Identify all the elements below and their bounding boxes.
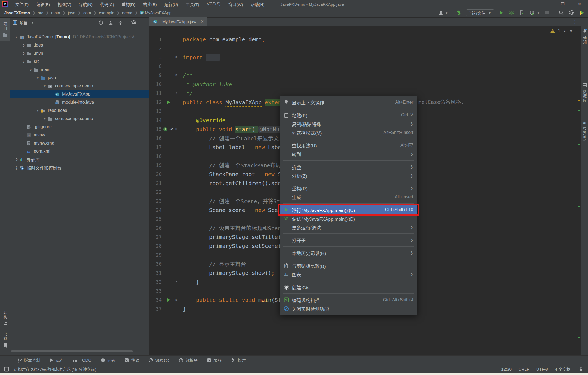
- tree-item-.gitignore[interactable]: .gitignore: [10, 123, 149, 131]
- lock-icon[interactable]: [578, 366, 584, 373]
- menu-item-查找用法(U)[interactable]: 查找用法(U)Alt+F7: [280, 141, 417, 150]
- menu-item-调试 'MyJavaFXApp.main()'(D)[interactable]: 调试 'MyJavaFXApp.main()'(D): [280, 214, 417, 223]
- menu-item-重构(R)[interactable]: 重构(R)❯: [280, 184, 417, 193]
- project-view-select[interactable]: 项目 ▼: [13, 20, 34, 26]
- status-message[interactable]: // 构建在 2秒87毫秒内成功完成 (15 分钟之前): [14, 366, 96, 372]
- tab-close-icon[interactable]: ✕: [201, 19, 204, 24]
- menu-item-显示上下文操作[interactable]: 显示上下文操作Alt+Enter: [280, 98, 417, 107]
- toolwindow-button-服务[interactable]: 服务: [207, 357, 222, 363]
- hide-panel-icon[interactable]: —: [140, 19, 147, 26]
- fold-marker-icon[interactable]: ⊞: [173, 295, 180, 304]
- warning-stripe-mark[interactable]: [578, 100, 580, 101]
- tree-item-mvnw[interactable]: »mvnw: [10, 131, 149, 139]
- tool-stripe-button-通知[interactable]: 通知: [581, 26, 588, 47]
- tree-item-MyJavaFXApp[interactable]: CMyJavaFXApp: [10, 90, 149, 98]
- breadcrumb-item-4[interactable]: com: [83, 10, 91, 15]
- run-gutter-icon[interactable]: [163, 100, 173, 104]
- chevron-down-icon[interactable]: ∨: [42, 117, 47, 121]
- tree-item-com.example.demo[interactable]: ∨com.example.demo: [10, 82, 149, 90]
- tree-item-module-info.java[interactable]: Jmodule-info.java: [10, 98, 149, 106]
- menu-item-与剪贴板比较(B)[interactable]: 与剪贴板比较(B): [280, 261, 417, 270]
- menubar-item-8[interactable]: 工具(T): [182, 0, 202, 8]
- menu-item-本地历史记录(H)[interactable]: 本地历史记录(H)❯: [280, 248, 417, 257]
- run-button[interactable]: [498, 10, 504, 16]
- chevron-down-icon[interactable]: ∨: [35, 109, 40, 112]
- menu-item-列选择模式(M)[interactable]: 列选择模式(M)Alt+Shift+Insert: [280, 128, 417, 137]
- tree-item-.idea[interactable]: ❯.idea: [10, 41, 149, 49]
- tree-item-临时文件和控制台[interactable]: ❯临时文件和控制台: [10, 164, 149, 172]
- user-account-icon[interactable]: [437, 10, 444, 16]
- profiler-button[interactable]: [529, 10, 535, 16]
- settings-gear-icon[interactable]: [568, 10, 575, 16]
- tree-item-JavaFXDemo[interactable]: ∨JavaFXDemo[Demo]D:\IDEAProjects\JCNCPro…: [10, 33, 149, 41]
- tree-item-.mvn[interactable]: ❯.mvn: [10, 49, 149, 57]
- toolwindow-button-TODO[interactable]: TODO: [73, 358, 91, 362]
- tree-item-pom.xml[interactable]: mpom.xml: [10, 147, 149, 155]
- breadcrumb-item-3[interactable]: java: [67, 10, 76, 15]
- menubar-item-9[interactable]: VCS(S): [204, 0, 224, 8]
- breadcrumb-item-1[interactable]: src: [37, 10, 44, 15]
- tree-item-外部库[interactable]: ❯外部库: [10, 155, 149, 164]
- chevron-right-icon[interactable]: ❯: [14, 166, 19, 170]
- menubar-item-2[interactable]: 视图(V): [54, 0, 74, 8]
- tree-item-mvnw.cmd[interactable]: mvnw.cmd: [10, 139, 149, 147]
- tool-stripe-button-Maven[interactable]: mMaven: [581, 118, 588, 143]
- menubar-item-4[interactable]: 代码(C): [97, 0, 117, 8]
- tab-options-kebab-icon[interactable]: ⋮: [573, 19, 577, 24]
- expand-all-icon[interactable]: [107, 19, 114, 26]
- chevron-down-icon[interactable]: ∨: [21, 60, 26, 63]
- file-encoding[interactable]: UTF-8: [536, 367, 548, 371]
- run-configuration-select[interactable]: 当前文件 ▼: [466, 9, 494, 16]
- menubar-item-5[interactable]: 重构(R): [118, 0, 139, 8]
- search-everywhere-icon[interactable]: [558, 10, 565, 16]
- vcs-stripe-mark[interactable]: [578, 144, 580, 145]
- debug-button[interactable]: [508, 10, 515, 16]
- ide-feature-trainer-icon[interactable]: [579, 10, 585, 16]
- menu-item-创建 Gist...[interactable]: 创建 Gist...: [280, 283, 417, 291]
- fold-marker-icon[interactable]: ∧: [173, 277, 180, 286]
- menu-item-转到[interactable]: 转到❯: [280, 150, 417, 158]
- breadcrumb-item-2[interactable]: main: [51, 10, 61, 15]
- menu-item-运行 'MyJavaFXApp.main()'(U)[interactable]: 运行 'MyJavaFXApp.main()'(U)Ctrl+Shift+F10: [280, 205, 417, 214]
- menubar-item-1[interactable]: 编辑(E): [33, 0, 53, 8]
- tree-item-com.example.demo[interactable]: ∨com.example.demo: [10, 115, 149, 123]
- tool-stripe-button-结构[interactable]: 结构: [0, 308, 10, 328]
- menu-item-粘贴(P)[interactable]: 粘贴(P)Ctrl+V: [280, 111, 417, 119]
- caret-position[interactable]: 12:30: [501, 367, 512, 371]
- toolwindow-button-问题[interactable]: 问题: [101, 357, 115, 363]
- vcs-stripe-mark[interactable]: [578, 110, 580, 111]
- tree-item-src[interactable]: ∨src: [10, 57, 149, 66]
- minimize-button[interactable]: –: [537, 0, 554, 8]
- tool-stripe-button-书签[interactable]: 书签: [0, 330, 10, 350]
- user-dropdown-caret[interactable]: ▼: [445, 11, 448, 14]
- menu-item-更多运行/调试[interactable]: 更多运行/调试❯: [280, 223, 417, 232]
- close-button[interactable]: ✕: [571, 0, 588, 8]
- toolwindow-button-构建[interactable]: 构建: [231, 357, 246, 363]
- toolwindow-button-终端[interactable]: 终端: [125, 357, 139, 363]
- menu-item-折叠[interactable]: 折叠❯: [280, 162, 417, 171]
- breadcrumb-item-5[interactable]: example: [98, 10, 115, 15]
- vcs-stripe-mark[interactable]: [578, 337, 580, 338]
- fold-marker-icon[interactable]: ⊞: [173, 53, 180, 62]
- menu-item-分析(Z)[interactable]: 分析(Z)❯: [280, 171, 417, 180]
- profiler-dropdown-caret[interactable]: ▼: [537, 11, 540, 14]
- menubar-item-6[interactable]: 构建(B): [140, 0, 160, 8]
- vcs-stripe-mark[interactable]: [578, 206, 580, 207]
- chevron-down-icon[interactable]: ∨: [42, 84, 47, 88]
- tree-item-main[interactable]: ∨main: [10, 66, 149, 74]
- toolwindow-button-分析器[interactable]: 分析器: [179, 357, 198, 363]
- tool-stripe-button-数据库[interactable]: 数据库: [581, 80, 588, 105]
- tree-item-java[interactable]: ∨java: [10, 74, 149, 82]
- collapse-all-icon[interactable]: [117, 19, 124, 26]
- menu-item-打开于[interactable]: 打开于❯: [280, 236, 417, 244]
- tool-window-toggle-icon[interactable]: [3, 366, 10, 373]
- toolwindow-button-运行[interactable]: 运行: [50, 357, 64, 363]
- menubar-item-10[interactable]: 窗口(W): [225, 0, 246, 8]
- fold-marker-icon[interactable]: ⊟: [173, 125, 180, 134]
- breadcrumb-item-6[interactable]: demo: [122, 10, 133, 15]
- indent-setting[interactable]: 4 个空格: [555, 366, 571, 372]
- menubar-item-0[interactable]: 文件(F): [12, 0, 32, 8]
- tree-item-resources[interactable]: ∨resources: [10, 106, 149, 115]
- toolwindow-button-Statistic[interactable]: Statistic: [149, 358, 170, 362]
- fold-marker-icon[interactable]: ∧: [173, 89, 180, 98]
